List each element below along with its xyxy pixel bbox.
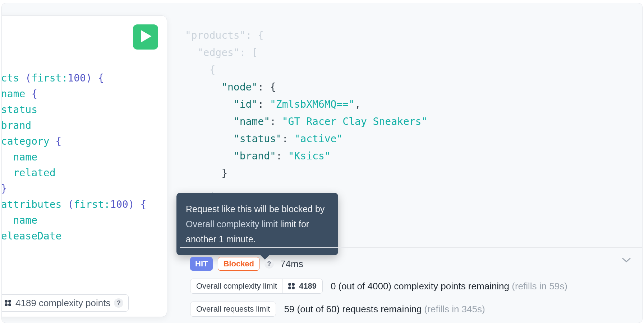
complexity-badge[interactable]: 4189 complexity points ? [1, 294, 129, 312]
help-icon[interactable]: ? [114, 298, 123, 308]
requests-remaining-text: 59 (out of 60) requests remaining (refil… [284, 304, 485, 315]
app-frame: ucts (first:100) { name { status brand c… [1, 3, 643, 323]
expand-footer-button[interactable] [621, 257, 631, 263]
blocked-tooltip: Request like this will be blocked by Ove… [176, 193, 338, 255]
complexity-points-text: 4189 complexity points [15, 298, 110, 309]
complexity-icon [4, 299, 12, 307]
complexity-icon [288, 282, 295, 290]
run-query-button[interactable] [133, 24, 158, 50]
chevron-down-icon [621, 258, 631, 264]
query-code[interactable]: ucts (first:100) { name { status brand c… [1, 55, 146, 244]
footer-stats: HIT Blocked ? 74ms Overall complexity li… [180, 247, 642, 317]
blocked-badge: Blocked [218, 257, 259, 271]
response-code[interactable]: "products": { "edges": [ { "node": { "id… [185, 27, 427, 199]
complexity-remaining-text: 0 (out of 4000) complexity points remain… [331, 281, 567, 292]
hit-badge: HIT [190, 257, 213, 271]
complexity-limit-pill[interactable]: Overall complexity limit 4189 [190, 279, 323, 294]
requests-limit-pill[interactable]: Overall requests limit [190, 302, 276, 317]
help-icon[interactable]: ? [264, 259, 274, 269]
play-icon [139, 30, 152, 44]
query-panel: ucts (first:100) { name { status brand c… [1, 15, 167, 317]
response-time: 74ms [280, 258, 303, 270]
